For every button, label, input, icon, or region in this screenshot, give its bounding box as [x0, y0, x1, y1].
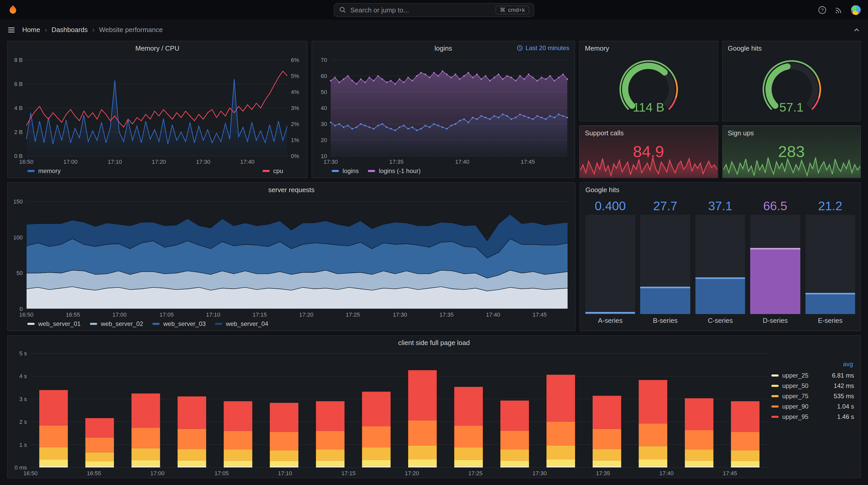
svg-text:16:50: 16:50 [19, 159, 33, 165]
svg-text:17:00: 17:00 [63, 159, 78, 165]
page-load-body: 0 ms1 s2 s3 s4 s5 s16:5016:5517:0017:051… [8, 349, 860, 478]
panel-title[interactable]: Memory [585, 44, 609, 52]
svg-text:50: 50 [321, 89, 327, 95]
legend-avg-header[interactable]: avg [771, 360, 854, 368]
page-load-chart[interactable]: 0 ms1 s2 s3 s4 s5 s16:5016:5517:0017:051… [8, 349, 771, 478]
menu-icon[interactable] [7, 26, 16, 34]
legend-avg-value: 1.46 s [837, 413, 854, 420]
legend-item[interactable]: upper_256.81 ms [771, 370, 854, 381]
search-bar[interactable]: Search or jump to... ⌘ cmd+k [334, 3, 534, 17]
memory-cpu-chart[interactable]: 0 B2 B4 B6 B8 B0%1%2%3%4%5%6%16:5017:001… [8, 55, 307, 166]
panel-memory-gauge: Memory 114 B [579, 41, 718, 121]
sign-ups-sparkline[interactable] [723, 155, 860, 177]
legend-item[interactable]: web_server_04 [215, 320, 268, 327]
svg-text:6%: 6% [291, 57, 299, 63]
chart-legend: avgupper_256.81 msupper_50142 msupper_75… [771, 349, 860, 478]
panel-google-hits-bars: Google hits 0.400A-series27.7B-series37.… [580, 182, 861, 331]
svg-text:17:20: 17:20 [152, 159, 166, 165]
legend-item[interactable]: logins (-1 hour) [368, 167, 421, 174]
breadcrumb-dashboards[interactable]: Dashboards [52, 26, 88, 34]
topbar-actions: ? [818, 5, 861, 15]
legend-item[interactable]: upper_75535 ms [771, 391, 854, 401]
top-navbar: Search or jump to... ⌘ cmd+k ? [0, 0, 868, 20]
panel-title[interactable]: logins [435, 44, 452, 52]
svg-text:17:00: 17:00 [113, 312, 127, 318]
svg-text:17:40: 17:40 [240, 159, 254, 165]
search-icon [339, 6, 346, 13]
chart-legend: loginslogins (-1 hour) [312, 166, 575, 178]
gauge-body: 114 B [580, 55, 717, 121]
shortcut-badge: ⌘ cmd+k [496, 5, 529, 14]
bar-gauge-track [805, 215, 855, 314]
svg-text:4 B: 4 B [14, 105, 23, 111]
bar-gauge-column[interactable]: 66.5D-series [750, 197, 800, 326]
panel-title[interactable]: Google hits [585, 186, 619, 193]
panel-title[interactable]: server requests [268, 186, 314, 193]
legend-item[interactable]: upper_951.46 s [771, 412, 854, 422]
svg-text:1%: 1% [291, 137, 299, 143]
legend-avg-value: 535 ms [834, 392, 854, 400]
breadcrumb-home[interactable]: Home [22, 26, 40, 34]
bar-gauge-column[interactable]: 21.2E-series [805, 197, 855, 326]
legend-item[interactable]: cpu [262, 167, 283, 174]
panel-google-hits-gauge: Google hits 57.1 [722, 41, 861, 121]
legend-swatch [27, 323, 35, 325]
bar-gauge-value: 66.5 [750, 197, 800, 215]
bar-gauge-value: 27.7 [641, 197, 690, 215]
bar-gauge-fill [805, 293, 855, 314]
legend-item[interactable]: web_server_02 [90, 320, 143, 327]
news-icon[interactable] [834, 5, 843, 14]
logins-chart[interactable]: 1020304050607017:3017:3517:4017:45 [312, 55, 575, 166]
dashboard-grid: Memory / CPU 0 B2 B4 B6 B8 B0%1%2%3%4%5%… [0, 40, 868, 484]
svg-text:6 B: 6 B [14, 81, 23, 87]
panel-title[interactable]: Memory / CPU [135, 44, 179, 52]
legend-swatch [215, 323, 222, 325]
legend-swatch [90, 323, 97, 325]
bar-gauge-value: 21.2 [805, 197, 855, 215]
chart-canvas [723, 155, 860, 177]
legend-item[interactable]: upper_50142 ms [771, 381, 854, 391]
chevron-up-icon[interactable] [852, 26, 861, 34]
bar-gauge-fill [695, 278, 745, 314]
bar-gauge-label: A-series [585, 314, 635, 326]
panel-header: Support calls [580, 126, 717, 139]
chart-canvas: 0 B2 B4 B6 B8 B0%1%2%3%4%5%6%16:5017:001… [8, 55, 307, 166]
bar-gauge-column[interactable]: 37.1C-series [695, 197, 745, 326]
panel-sign-ups: Sign ups 283 [722, 126, 861, 178]
chart-legend: web_server_01web_server_02web_server_03w… [8, 319, 575, 330]
legend-label: web_server_02 [101, 320, 143, 327]
legend-item[interactable]: web_server_01 [27, 320, 81, 327]
bar-gauge-column[interactable]: 27.7B-series [641, 197, 690, 326]
panel-title[interactable]: Google hits [728, 44, 762, 52]
google-hits-bar-gauge: 0.400A-series27.7B-series37.1C-series66.… [580, 196, 860, 330]
legend-item[interactable]: upper_901.04 s [771, 401, 854, 412]
bar-gauge-value: 0.400 [585, 197, 635, 215]
svg-text:17:05: 17:05 [214, 470, 228, 477]
time-range-label[interactable]: Last 20 minutes [517, 41, 569, 55]
chart-canvas: 0 ms1 s2 s3 s4 s5 s16:5016:5517:0017:051… [8, 349, 771, 478]
legend-item[interactable]: logins [332, 167, 359, 174]
user-avatar[interactable] [851, 5, 861, 15]
panel-title[interactable]: Sign ups [728, 129, 754, 137]
support-calls-sparkline[interactable] [580, 155, 717, 177]
bar-gauge-column[interactable]: 0.400A-series [585, 197, 635, 326]
panel-title[interactable]: client side full page load [398, 338, 470, 346]
help-icon[interactable]: ? [818, 5, 827, 14]
panel-header: client side full page load [8, 336, 860, 349]
legend-label: cpu [273, 167, 283, 174]
svg-text:70: 70 [321, 57, 327, 63]
legend-swatch [771, 416, 779, 418]
svg-text:8 B: 8 B [14, 57, 23, 63]
svg-text:17:45: 17:45 [723, 470, 737, 477]
legend-label: upper_50 [782, 382, 808, 389]
legend-item[interactable]: memory [27, 167, 61, 174]
grafana-logo-icon[interactable] [7, 4, 19, 15]
panel-support-calls: Support calls 84.9 [579, 126, 718, 178]
legend-item[interactable]: web_server_03 [152, 320, 206, 327]
legend-swatch [771, 395, 779, 397]
stat-panels-group: Memory 114 B Google hits 57.1 [579, 41, 861, 178]
panel-title[interactable]: Support calls [585, 129, 624, 137]
server-requests-chart[interactable]: 05010015016:5016:5517:0017:0517:1017:151… [8, 196, 575, 319]
svg-text:16:55: 16:55 [87, 470, 101, 477]
bar-gauge-label: C-series [695, 314, 745, 326]
